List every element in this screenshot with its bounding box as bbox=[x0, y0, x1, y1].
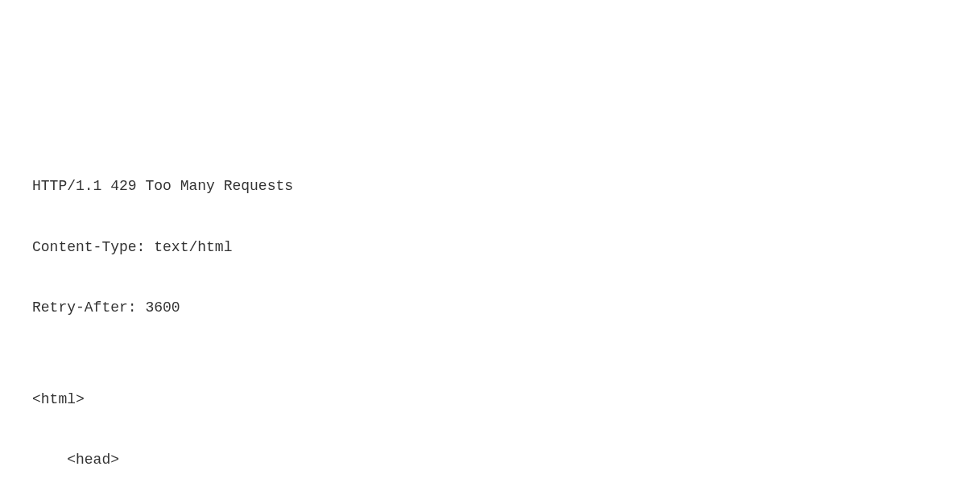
html-open-tag: <html> bbox=[32, 385, 948, 415]
head-open-tag: <head> bbox=[32, 445, 948, 476]
header-retry-after: Retry-After: 3600 bbox=[32, 293, 948, 324]
http-status-line: HTTP/1.1 429 Too Many Requests bbox=[32, 171, 948, 202]
code-block: HTTP/1.1 429 Too Many Requests Content-T… bbox=[32, 141, 948, 483]
header-content-type: Content-Type: text/html bbox=[32, 233, 948, 263]
